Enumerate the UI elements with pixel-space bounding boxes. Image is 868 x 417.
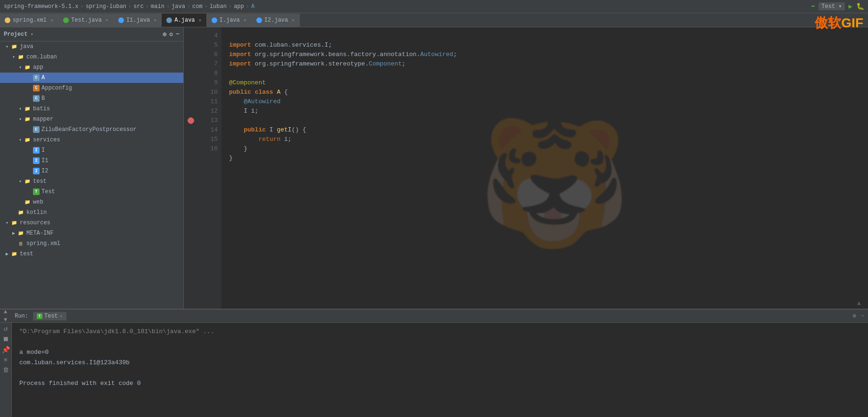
tab-spring-xml[interactable]: spring.xml ✕ [0,14,58,27]
trash-icon[interactable]: 🗑 [3,367,9,374]
tab-label: I2.java [264,17,288,24]
editor-area: 🐯 4 [184,27,868,309]
test-tab-icon: T [37,313,42,319]
tab-i2-java[interactable]: I2.java ✕ [252,14,300,27]
gutter-16 [184,144,198,154]
tree-item-I[interactable]: I I [0,145,183,155]
scroll-down-icon[interactable]: ▼ [4,317,7,323]
tree-item-test-folder[interactable]: ▾ 📁 test [0,176,183,187]
close-icon[interactable]: − [861,313,864,319]
breadcrumb-item[interactable]: spring-luban [86,3,126,10]
folder-icon: 📁 [24,198,31,206]
tree-item-java[interactable]: ▾ 📁 java [0,41,183,52]
run-tab-test[interactable]: T Test ✕ [33,312,66,320]
tree-item-mapper[interactable]: ▾ 📁 mapper [0,114,183,124]
breadcrumb-item[interactable]: java [172,3,185,10]
close-icon[interactable]: ✕ [292,17,295,23]
gutter-14 [184,125,198,135]
tree-item-spring-xml[interactable]: 🗎 spring.xml [0,238,183,249]
rerun-icon[interactable]: ↺ [4,325,8,333]
tab-test-java[interactable]: Test.java ✕ [58,14,114,27]
tree-item-resources[interactable]: ▾ 📁 resources [0,218,183,228]
tab-i1-java[interactable]: I1.java ✕ [114,14,162,27]
class-icon: C [33,95,40,102]
wrap-icon[interactable]: ≡ [4,357,8,364]
gutter-10 [184,88,198,97]
close-icon[interactable]: ✕ [60,313,63,319]
sync-icon[interactable]: ⊕ [163,31,167,38]
tree-arrow: ▾ [17,106,24,112]
breadcrumb-sep: › [80,3,83,10]
test-icon: T [33,188,40,195]
folder-icon: 📁 [24,105,31,113]
close-icon[interactable]: ✕ [50,17,53,23]
tree-item-label: web [33,199,183,205]
tree-arrow: ▶ [10,230,17,236]
tab-icon-test [63,17,69,23]
debug-icon[interactable]: 🐛 [856,2,864,10]
pin-icon[interactable]: 📌 [2,346,10,354]
tree-item-meta-inf[interactable]: ▶ 📁 META-INF [0,228,183,238]
stop-icon[interactable]: ⏹ [2,335,9,343]
tab-i-java[interactable]: I.java ✕ [207,14,252,27]
run-icon[interactable]: ▶ [849,2,852,10]
tree-item-com-luban[interactable]: ▾ 📁 com.luban [0,52,183,62]
console-output[interactable]: "D:\Program Files\Java\jdk1.8.0_181\bin\… [12,323,868,417]
line-num-10: 10 [202,88,218,97]
breakpoint-icon[interactable] [188,117,194,124]
breadcrumb-item[interactable]: app [234,3,244,10]
tree-item-label: B [41,95,183,102]
breadcrumb-item[interactable]: luban [210,3,227,10]
project-dropdown-arrow[interactable]: ▾ [30,31,33,37]
interface-icon: I [33,168,40,174]
interface-icon: I [33,147,40,154]
close-icon[interactable]: ✕ [199,17,202,23]
code-line-9: public class A { [229,89,288,96]
code-line-8: @Component [229,79,266,86]
bottom-panel-body: ↺ ⏹ 📌 ≡ 🗑 "D:\Program Files\Java\jdk1.8.… [0,323,868,417]
bottom-panel: ▲ ▼ Run: T Test ✕ ⚙ − ↺ ⏹ 📌 ≡ 🗑 "D:\Prog… [0,309,868,417]
breadcrumb-item[interactable]: main [151,3,164,10]
breadcrumb-item[interactable]: src [133,3,144,10]
code-editor[interactable]: import com.luban.services.I; import org.… [221,27,868,309]
tab-a-java[interactable]: A.java ✕ [162,14,206,27]
tree-item-I2[interactable]: I I2 [0,166,183,176]
scroll-up-icon[interactable]: ▲ [4,309,7,315]
tab-label: I1.java [126,17,150,24]
gutter-7 [184,59,198,69]
console-line-2: a mode=0 [19,347,860,358]
tree-item-web[interactable]: 📁 web [0,197,183,207]
tree-item-Test[interactable]: T Test [0,187,183,197]
folder-icon: 📁 [24,178,31,185]
code-line-11: I i; [229,107,258,114]
top-right-icons: ⬅ Test ▾ ▶ 🐛 [811,2,864,10]
tree-item-appconfig[interactable]: C Appconfig [0,83,183,93]
close-icon[interactable]: ✕ [106,17,108,23]
tree-item-A[interactable]: C A [0,73,183,83]
test-run-dropdown[interactable]: Test ▾ [819,2,844,10]
current-file-label: A [857,301,860,307]
tree-item-services[interactable]: ▾ 📁 services [0,135,183,145]
gutter-11 [184,97,198,106]
collapse-icon[interactable]: − [176,31,180,38]
line-num-15: 15 [202,135,218,144]
tree-item-I1[interactable]: I I1 [0,155,183,166]
breadcrumb-item[interactable]: spring-framework-5.1.x [4,3,78,10]
tree-item-B[interactable]: C B [0,93,183,104]
settings-icon[interactable]: ⚙ [853,312,856,319]
tab-icon-interface [212,17,217,23]
tree-item-zilu[interactable]: C ZiluBeanFactoryPostprocessor [0,124,183,135]
close-icon[interactable]: ✕ [154,17,156,23]
close-icon[interactable]: ✕ [244,17,246,23]
breadcrumb-item[interactable]: com [192,3,203,10]
tree-item-kotlin[interactable]: 📁 kotlin [0,207,183,218]
tree-item-app[interactable]: ▾ 📁 app [0,62,183,73]
tree-item-test-root[interactable]: ▶ 📁 test [0,249,183,259]
settings-icon[interactable]: ⚙ [169,31,173,38]
class-icon: C [33,74,40,81]
code-container[interactable]: 4 5 6 7 8 9 10 11 12 13 14 15 16 import … [184,27,868,309]
tree-item-batis[interactable]: ▾ 📁 batis [0,104,183,114]
navigate-back-icon[interactable]: ⬅ [811,2,815,10]
line-num-4: 4 [202,31,218,41]
gutter-4 [184,31,198,41]
